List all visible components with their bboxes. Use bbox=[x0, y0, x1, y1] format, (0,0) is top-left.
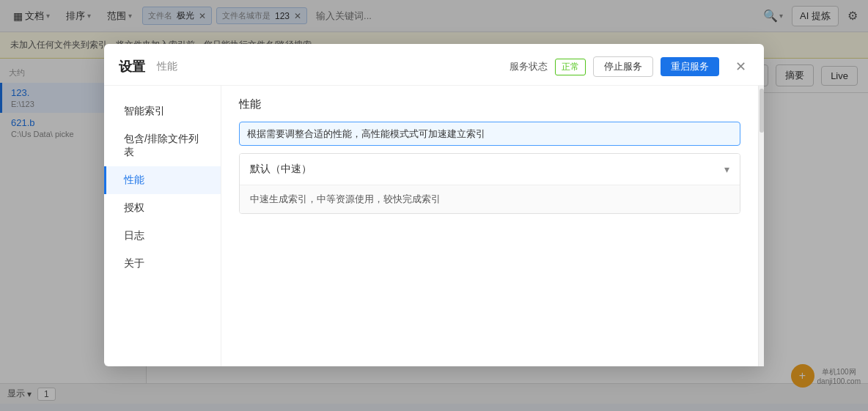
modal-title: 设置 bbox=[119, 58, 145, 75]
modal-close-btn[interactable]: ✕ bbox=[732, 56, 749, 78]
modal-content: 性能 默认（中速） ▾ 中速生成索引，中等资源使用，较快完成索引 bbox=[221, 86, 758, 366]
modal-section-title: 性能 bbox=[239, 97, 740, 111]
settings-modal: 设置 性能 服务状态 正常 停止服务 重启服务 ✕ 智能索引 包含/排除文件列表 bbox=[104, 44, 764, 366]
nav-item-log[interactable]: 日志 bbox=[104, 222, 221, 250]
modal-header: 设置 性能 服务状态 正常 停止服务 重启服务 ✕ bbox=[104, 44, 764, 86]
dropdown-header[interactable]: 默认（中速） ▾ bbox=[240, 154, 740, 185]
modal-body: 智能索引 包含/排除文件列表 性能 授权 日志 关于 bbox=[104, 86, 764, 366]
modal-header-right: 服务状态 正常 停止服务 重启服务 ✕ bbox=[510, 56, 749, 78]
scrollbar-thumb bbox=[760, 89, 764, 133]
stop-service-btn[interactable]: 停止服务 bbox=[593, 56, 653, 77]
nav-item-include-exclude[interactable]: 包含/排除文件列表 bbox=[104, 125, 221, 166]
service-status-badge: 正常 bbox=[555, 59, 586, 75]
nav-item-smart-index[interactable]: 智能索引 bbox=[104, 97, 221, 125]
modal-nav: 智能索引 包含/排除文件列表 性能 授权 日志 关于 bbox=[104, 86, 221, 366]
modal-subtitle: 性能 bbox=[157, 60, 177, 73]
restart-service-btn[interactable]: 重启服务 bbox=[661, 57, 719, 76]
modal-scrollbar[interactable] bbox=[758, 86, 764, 366]
dropdown-title: 默认（中速） bbox=[250, 163, 724, 176]
performance-desc-input[interactable] bbox=[239, 122, 740, 146]
nav-item-performance[interactable]: 性能 bbox=[104, 166, 221, 194]
modal-overlay: 设置 性能 服务状态 正常 停止服务 重启服务 ✕ 智能索引 包含/排除文件列表 bbox=[0, 0, 868, 411]
performance-dropdown[interactable]: 默认（中速） ▾ 中速生成索引，中等资源使用，较快完成索引 bbox=[239, 153, 740, 214]
nav-item-about[interactable]: 关于 bbox=[104, 250, 221, 278]
nav-item-auth[interactable]: 授权 bbox=[104, 194, 221, 222]
dropdown-desc: 中速生成索引，中等资源使用，较快完成索引 bbox=[240, 185, 740, 213]
service-label: 服务状态 bbox=[510, 60, 548, 73]
dropdown-arrow-icon: ▾ bbox=[724, 163, 729, 175]
